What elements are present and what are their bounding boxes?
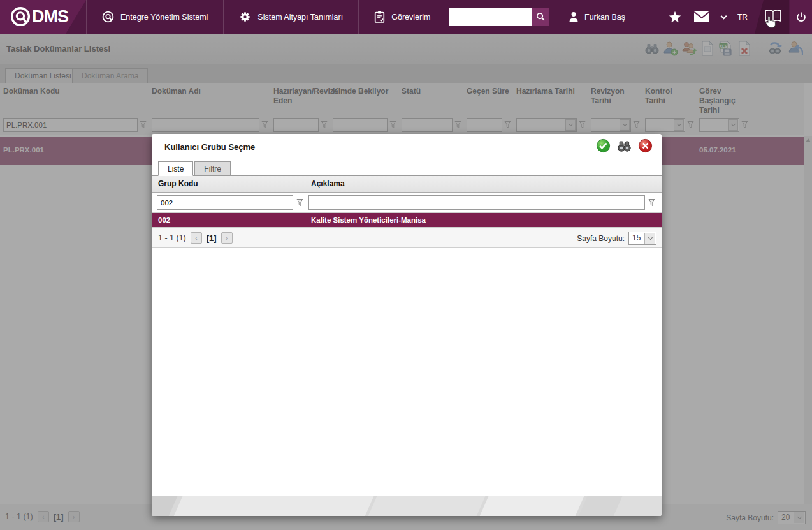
mouse-cursor-hand	[765, 15, 776, 28]
tab-liste[interactable]: Liste	[158, 161, 193, 176]
menu-item-gorevlerim[interactable]: Görevlerim	[359, 0, 446, 34]
dialog-title: Kullanıcı Grubu Seçme	[164, 142, 255, 152]
top-navbar: DMS Entegre Yönetim Sistemi Sistem Altya…	[0, 0, 812, 34]
qdms-logo-icon	[10, 6, 31, 27]
menu-item-entegre-yonetim-sistemi[interactable]: Entegre Yönetim Sistemi	[86, 0, 224, 34]
cell-grup-kodu: 002	[152, 216, 305, 224]
pager-range: 1 - 1 (1)	[158, 233, 186, 242]
favorites-button[interactable]	[668, 0, 682, 34]
gear-icon	[239, 11, 251, 23]
user-name: Furkan Baş	[584, 13, 625, 22]
divider	[560, 0, 560, 34]
star-icon	[668, 10, 682, 24]
footer-band	[363, 496, 489, 516]
qdms-circle-icon	[102, 11, 114, 23]
grid-filter-row	[152, 193, 662, 213]
search-groups-button[interactable]	[616, 139, 632, 153]
tab-label: Filtre	[204, 165, 221, 173]
prev-page-button[interactable]: ‹	[191, 232, 202, 244]
tasks-clipboard-icon	[374, 11, 385, 23]
search-input[interactable]	[449, 8, 532, 26]
messages-button[interactable]	[693, 0, 710, 34]
dialog-footer	[152, 496, 662, 516]
logout-button[interactable]	[795, 0, 808, 34]
grid-header-row: Grup Kodu Açıklama	[152, 176, 662, 193]
dialog-header: Kullanıcı Grubu Seçme	[152, 134, 662, 159]
pager: 1 - 1 (1) ‹ [1] ›	[158, 232, 233, 244]
dialog-pagination-bar: 1 - 1 (1) ‹ [1] › Sayfa Boyutu: 15	[152, 227, 662, 248]
menu-label: Görevlerim	[391, 13, 430, 22]
cell-aciklama: Kalite Sistem Yöneticileri-Manisa	[305, 216, 662, 224]
search-button[interactable]	[532, 8, 549, 26]
dialog-header-buttons	[596, 138, 653, 153]
chevron-down-icon	[648, 235, 652, 240]
page-size-value: 15	[632, 233, 641, 242]
page-size-label: Sayfa Boyutu:	[577, 234, 625, 243]
app-logo[interactable]: DMS	[10, 6, 68, 27]
filter-funnel-icon[interactable]	[296, 198, 303, 207]
filter-input-grup-kodu[interactable]	[157, 195, 293, 210]
more-dropdown-button[interactable]	[721, 0, 726, 34]
footer-band	[169, 496, 377, 516]
logo-text: DMS	[32, 7, 68, 27]
user-menu[interactable]: Furkan Baş	[569, 0, 625, 34]
global-search	[449, 8, 549, 26]
confirm-button[interactable]	[596, 138, 611, 153]
power-icon	[795, 11, 808, 24]
current-page: [1]	[207, 233, 217, 243]
filter-input-aciklama[interactable]	[308, 195, 645, 210]
page-size-select[interactable]: 15	[628, 232, 656, 245]
main-menu: Entegre Yönetim Sistemi Sistem Altyapı T…	[86, 0, 446, 34]
tab-label: Liste	[168, 165, 184, 173]
language-selector[interactable]: TR	[737, 0, 748, 34]
next-page-button[interactable]: ›	[221, 232, 233, 244]
search-icon	[536, 12, 546, 22]
column-header-grup-kodu[interactable]: Grup Kodu	[152, 176, 305, 192]
chevron-down-icon	[721, 13, 727, 19]
language-label: TR	[737, 13, 748, 22]
group-grid: Grup Kodu Açıklama 002 Kalite Sistem Yön…	[152, 175, 662, 248]
page-size-control: Sayfa Boyutu: 15	[577, 232, 656, 245]
tab-filtre[interactable]: Filtre	[194, 161, 231, 176]
close-button[interactable]	[638, 138, 653, 153]
menu-label: Sistem Altyapı Tanımları	[257, 13, 343, 22]
dialog-body: Kullanıcı Grubu Seçme Liste Filtre	[152, 134, 662, 496]
menu-item-sistem-altyapi-tanimlari[interactable]: Sistem Altyapı Tanımları	[224, 0, 359, 34]
footer-band	[475, 496, 588, 516]
user-group-select-dialog: Kullanıcı Grubu Seçme Liste Filtre	[152, 134, 662, 516]
dialog-tabstrip: Liste Filtre	[158, 161, 231, 176]
menu-label: Entegre Yönetim Sistemi	[120, 13, 208, 22]
filter-funnel-icon[interactable]	[648, 198, 655, 207]
group-row-selected[interactable]: 002 Kalite Sistem Yöneticileri-Manisa	[152, 213, 662, 227]
mail-icon	[693, 11, 710, 23]
user-icon	[569, 11, 579, 22]
column-header-aciklama[interactable]: Açıklama	[305, 176, 662, 192]
